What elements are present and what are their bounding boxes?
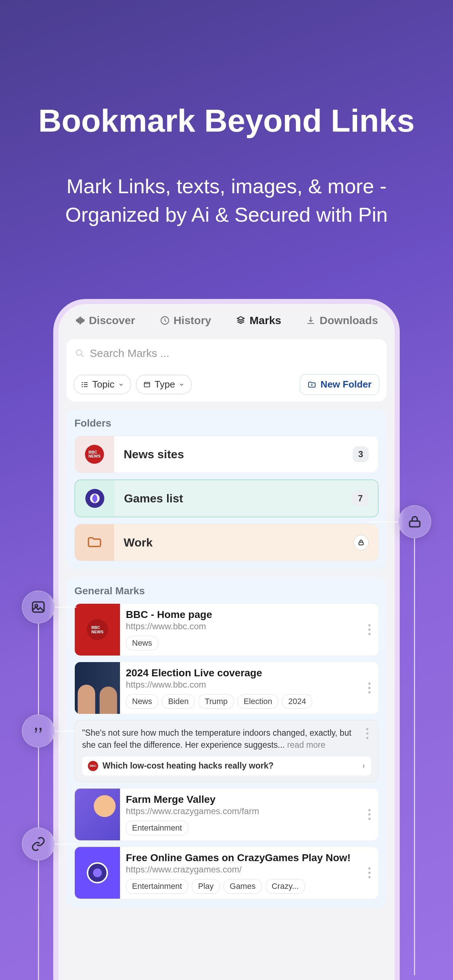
connector-line — [55, 607, 77, 608]
filter-topic[interactable]: Topic — [74, 375, 131, 394]
svg-point-13 — [368, 687, 370, 689]
mark-title: Farm Merge Valley — [126, 794, 358, 805]
mark-crazygames[interactable]: Free Online Games on CrazyGames Play Now… — [74, 846, 379, 899]
hero-title: Bookmark Beyond Links — [0, 0, 453, 139]
svg-rect-0 — [76, 320, 77, 321]
mark-url: https://www.crazygames.com/ — [126, 864, 358, 875]
filters-row: Topic Type New Folder — [66, 368, 387, 401]
svg-point-10 — [368, 628, 370, 631]
mark-tag[interactable]: News — [126, 694, 158, 709]
tab-label: History — [174, 314, 211, 327]
svg-point-12 — [368, 682, 370, 685]
mark-title: 2024 Election Live coverage — [126, 667, 358, 679]
folder-news-sites[interactable]: BBCNEWS News sites 3 — [74, 436, 379, 473]
float-lock-icon — [398, 505, 431, 538]
mark-quote[interactable]: "She's not sure how much the temperature… — [74, 720, 379, 783]
quote-source[interactable]: BBC Which low-cost heating hacks really … — [82, 757, 371, 775]
mark-menu-button[interactable] — [361, 847, 378, 899]
filter-label: Type — [155, 379, 175, 390]
connector-line — [414, 538, 415, 975]
mark-tag[interactable]: Biden — [162, 694, 195, 709]
mark-url: https://www.bbc.com — [126, 621, 358, 632]
tab-downloads[interactable]: Downloads — [306, 314, 378, 327]
marks-icon — [236, 315, 246, 326]
mark-tag[interactable]: Entertainment — [126, 879, 188, 894]
svg-rect-7 — [144, 382, 150, 387]
tab-label: Marks — [249, 314, 281, 327]
chevron-right-icon: › — [362, 761, 365, 771]
mark-menu-button[interactable] — [359, 728, 376, 740]
mark-url: https://www.crazygames.com/farm — [126, 806, 358, 816]
hero-subtitle: Mark Links, texts, images, & more - Orga… — [0, 172, 453, 229]
connector-line — [55, 730, 77, 732]
folder-games-list[interactable]: Games list 7 — [74, 479, 379, 517]
float-quote-icon — [22, 714, 55, 748]
mark-farm-merge[interactable]: Farm Merge Valley https://www.crazygames… — [74, 788, 379, 841]
quote-text: "She's not sure how much the temperature… — [82, 727, 371, 751]
svg-point-16 — [366, 732, 368, 735]
folder-icon — [75, 524, 114, 561]
new-folder-button[interactable]: New Folder — [300, 374, 379, 395]
mark-tag[interactable]: 2024 — [282, 694, 312, 709]
tab-label: Downloads — [319, 314, 378, 327]
tab-discover[interactable]: Discover — [75, 314, 135, 327]
svg-rect-24 — [410, 521, 420, 527]
folders-title: Folders — [74, 417, 379, 429]
mark-tag[interactable]: Trump — [198, 694, 234, 709]
connector-line — [38, 861, 39, 980]
general-marks-section: General Marks BBCNEWS BBC - Home page ht… — [66, 577, 387, 907]
svg-rect-4 — [83, 320, 84, 321]
mark-tag[interactable]: Games — [223, 879, 262, 894]
type-icon — [143, 380, 151, 389]
mark-title: Free Online Games on CrazyGames Play Now… — [126, 852, 358, 864]
svg-point-20 — [368, 818, 370, 820]
mark-title: BBC - Home page — [126, 609, 358, 620]
filter-type[interactable]: Type — [136, 375, 191, 394]
lock-icon — [353, 535, 369, 550]
tabs-row: Discover History Marks Downloads — [58, 304, 395, 334]
svg-rect-1 — [78, 318, 79, 323]
svg-rect-3 — [81, 318, 82, 323]
svg-point-18 — [368, 809, 370, 811]
connector-line — [38, 624, 39, 715]
chevron-down-icon — [118, 382, 124, 388]
mark-tag[interactable]: Election — [238, 694, 278, 709]
mark-menu-button[interactable] — [361, 604, 378, 655]
mark-menu-button[interactable] — [361, 662, 378, 714]
svg-point-6 — [76, 350, 82, 355]
mark-thumbnail: BBCNEWS — [75, 604, 120, 655]
svg-point-9 — [368, 624, 370, 626]
svg-point-11 — [368, 633, 370, 635]
mark-tag[interactable]: Entertainment — [126, 821, 188, 835]
phone-frame: Discover History Marks Downloads Search … — [53, 299, 400, 980]
discover-icon — [75, 315, 85, 326]
svg-rect-8 — [359, 542, 363, 545]
tab-history[interactable]: History — [160, 314, 211, 327]
folder-icon — [75, 480, 115, 517]
svg-point-22 — [368, 872, 370, 874]
mark-election[interactable]: 2024 Election Live coverage https://www.… — [74, 662, 379, 714]
read-more-link[interactable]: read more — [285, 740, 325, 749]
search-input[interactable]: Search Marks ... — [66, 339, 387, 368]
source-title: Which low-cost heating hacks really work… — [102, 761, 274, 771]
mark-menu-button[interactable] — [361, 789, 378, 840]
history-icon — [160, 315, 170, 326]
folder-icon: BBCNEWS — [75, 436, 114, 473]
mark-tag[interactable]: Play — [192, 879, 220, 894]
svg-point-19 — [368, 813, 370, 816]
downloads-icon — [306, 315, 316, 326]
folder-work[interactable]: Work — [74, 524, 379, 561]
tab-marks[interactable]: Marks — [236, 314, 281, 327]
folder-name: Games list — [124, 492, 353, 505]
list-icon — [81, 380, 89, 389]
mark-thumbnail — [75, 847, 120, 899]
folder-count: 7 — [353, 490, 368, 506]
mark-tag[interactable]: News — [126, 636, 158, 651]
filter-label: Topic — [92, 379, 115, 390]
connector-line — [38, 748, 39, 828]
mark-tag[interactable]: Crazy... — [266, 879, 305, 894]
general-marks-title: General Marks — [74, 585, 379, 597]
search-icon — [75, 348, 85, 358]
new-folder-label: New Folder — [321, 379, 372, 390]
mark-bbc-home[interactable]: BBCNEWS BBC - Home page https://www.bbc.… — [74, 603, 379, 656]
